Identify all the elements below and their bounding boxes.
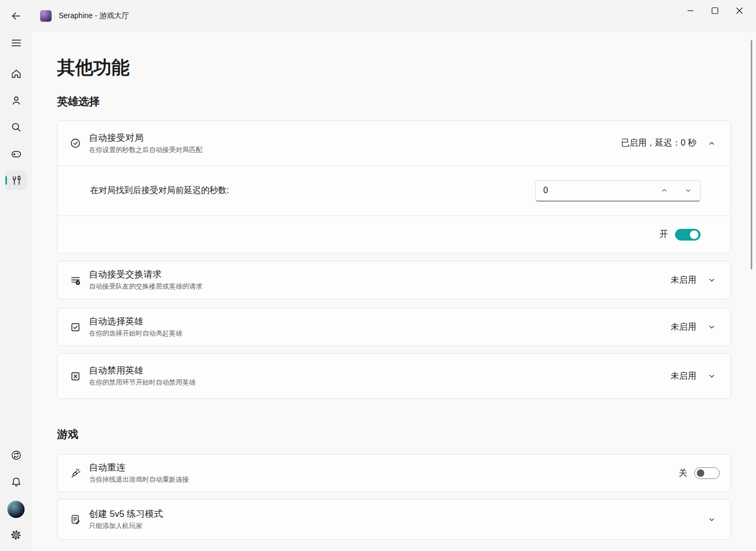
sidebar-item-notifications[interactable] (5, 472, 27, 491)
sync-icon (11, 450, 22, 461)
close-icon (735, 6, 744, 15)
sidebar-item-account[interactable] (5, 499, 27, 520)
status-label: 未启用 (671, 322, 696, 333)
app-window: Seraphine - 游戏大厅 (0, 0, 756, 551)
close-button[interactable] (727, 0, 752, 21)
titlebar: Seraphine - 游戏大厅 (0, 0, 756, 32)
vertical-scrollbar[interactable] (751, 40, 752, 269)
card-subtitle: 自动接受队友的交换楼层或英雄的请求 (89, 282, 203, 291)
back-icon (11, 11, 21, 21)
toggle-state-label: 开 (660, 229, 668, 240)
sidebar-item-game[interactable] (5, 144, 27, 163)
card-subtitle: 当你掉线退出游戏时自动重新连接 (89, 475, 189, 484)
card-auto-reconnect: 自动重连 当你掉线退出游戏时自动重新连接 关 (57, 454, 731, 492)
chevron-down-icon (708, 516, 715, 523)
sidebar-item-search[interactable] (5, 117, 27, 137)
card-auto-reconnect-header: 自动重连 当你掉线退出游戏时自动重新连接 关 (58, 454, 730, 492)
card-auto-trade-header[interactable]: 自动接受交换请求 自动接受队友的交换楼层或英雄的请求 未启用 (58, 261, 730, 299)
chevron-up-icon (708, 140, 715, 147)
card-create-5v5: 创建 5v5 练习模式 只能添加人机玩家 (57, 499, 731, 540)
profile-icon (11, 95, 22, 106)
chevron-down-icon (708, 276, 715, 284)
status-label: 未启用 (671, 371, 696, 382)
section-champ-select: 英雄选择 (57, 94, 731, 109)
section-game: 游戏 (57, 427, 731, 442)
delay-seconds-row: 在对局找到后接受对局前延迟的秒数: (58, 166, 730, 215)
card-auto-ban: 自动禁用英雄 在你的禁用环节开始时自动禁用英雄 未启用 (57, 353, 731, 399)
expand-button[interactable] (704, 319, 720, 335)
tools-icon (11, 175, 22, 186)
delay-seconds-label: 在对局找到后接受对局前延迟的秒数: (90, 185, 229, 196)
expand-button[interactable] (704, 512, 720, 528)
page-title: 其他功能 (57, 54, 731, 80)
spin-up-button[interactable] (656, 183, 673, 197)
minimize-icon (686, 6, 695, 15)
circle-check-icon (69, 138, 81, 149)
plug-icon (69, 467, 81, 479)
card-subtitle: 在你的禁用环节开始时自动禁用英雄 (89, 378, 196, 387)
selected-indicator (5, 176, 7, 185)
card-title: 自动选择英雄 (89, 316, 182, 328)
chevron-up-icon (661, 187, 667, 194)
card-title: 自动接受对局 (89, 132, 203, 144)
gamepad-icon (11, 148, 22, 159)
bell-icon (11, 476, 22, 488)
card-subtitle: 只能添加人机玩家 (89, 522, 163, 531)
search-icon (11, 122, 22, 133)
clipboard-edit-icon (69, 514, 81, 525)
settings-page: 其他功能 英雄选择 自动接受对局 在你设置的秒数之后自动接受对局匹配 已启 (32, 32, 756, 551)
card-auto-ban-header[interactable]: 自动禁用英雄 在你的禁用环节开始时自动禁用英雄 未启用 (58, 354, 730, 398)
sidebar-item-tools-selected[interactable] (5, 171, 27, 190)
delay-seconds-numberbox (535, 180, 701, 202)
card-subtitle: 在你的选择开始时自动亮起英雄 (89, 329, 182, 338)
card-auto-trade: 自动接受交换请求 自动接受队友的交换楼层或英雄的请求 未启用 (57, 261, 731, 299)
menu-button[interactable] (5, 33, 27, 52)
spin-down-button[interactable] (680, 183, 697, 197)
maximize-icon (711, 6, 719, 15)
sidebar-item-home[interactable] (5, 64, 27, 83)
card-auto-accept-header[interactable]: 自动接受对局 在你设置的秒数之后自动接受对局匹配 已启用，延迟：0 秒 (58, 121, 730, 165)
sidebar-item-profile[interactable] (5, 91, 27, 110)
card-auto-accept: 自动接受对局 在你设置的秒数之后自动接受对局匹配 已启用，延迟：0 秒 在对局找… (57, 121, 731, 253)
chevron-down-icon (708, 372, 715, 380)
minimize-button[interactable] (678, 0, 703, 21)
settings-gear-icon (10, 529, 22, 541)
enable-toggle-row: 开 (58, 216, 730, 253)
back-button[interactable] (7, 7, 25, 25)
card-title: 创建 5v5 练习模式 (89, 508, 163, 520)
chevron-down-icon (708, 323, 715, 331)
checkbox-x-icon (69, 370, 81, 382)
maximize-button[interactable] (703, 0, 727, 21)
status-label: 已启用，延迟：0 秒 (621, 138, 696, 149)
collapse-button[interactable] (704, 135, 720, 151)
card-create-5v5-header[interactable]: 创建 5v5 练习模式 只能添加人机玩家 (58, 499, 730, 539)
window-title: Seraphine - 游戏大厅 (59, 11, 129, 21)
card-auto-select-header[interactable]: 自动选择英雄 在你的选择开始时自动亮起英雄 未启用 (58, 308, 730, 346)
expand-button[interactable] (704, 368, 720, 384)
status-label: 未启用 (671, 275, 696, 286)
card-title: 自动禁用英雄 (89, 365, 196, 377)
home-icon (11, 68, 22, 79)
toggle-state-label: 关 (679, 468, 687, 479)
sidebar-nav (0, 32, 32, 551)
list-check-icon (69, 274, 81, 286)
caption-buttons (678, 0, 752, 21)
delay-seconds-input[interactable] (536, 186, 656, 195)
toggle-knob (690, 230, 698, 239)
card-subtitle: 在你设置的秒数之后自动接受对局匹配 (89, 146, 203, 155)
expand-button[interactable] (704, 272, 720, 288)
menu-icon (11, 37, 22, 49)
avatar (7, 501, 25, 518)
checkbox-check-icon (69, 321, 81, 333)
chevron-down-icon (685, 187, 691, 194)
auto-reconnect-toggle-off[interactable] (694, 467, 720, 479)
card-auto-select: 自动选择英雄 在你的选择开始时自动亮起英雄 未启用 (57, 308, 731, 346)
card-title: 自动接受交换请求 (89, 269, 203, 281)
auto-accept-toggle-on[interactable] (675, 229, 701, 241)
app-logo-icon (40, 10, 52, 22)
toggle-knob (697, 469, 704, 477)
sidebar-item-update[interactable] (5, 445, 27, 465)
sidebar-item-settings[interactable] (5, 525, 27, 545)
card-title: 自动重连 (89, 462, 189, 474)
